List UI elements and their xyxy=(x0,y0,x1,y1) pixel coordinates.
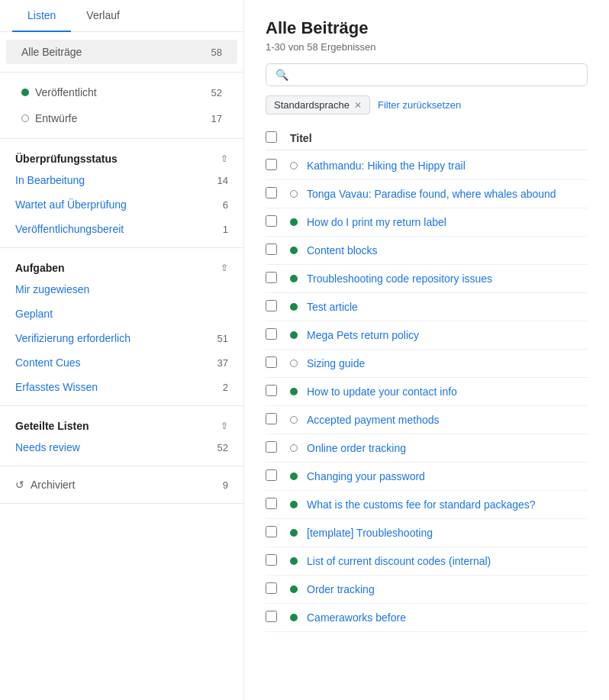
geteilte-listen-chevron-icon: ⇧ xyxy=(221,421,228,431)
article-title[interactable]: How do I print my return label xyxy=(307,216,588,228)
wartet-label: Wartet auf Überprüfung xyxy=(15,198,127,211)
article-status-icon xyxy=(290,557,307,565)
article-status-icon xyxy=(290,218,307,226)
article-checkbox[interactable] xyxy=(266,441,277,453)
article-row[interactable]: Tonga Vavau: Paradise found, where whale… xyxy=(266,180,588,208)
mir-zugewiesen-label: Mir zugewiesen xyxy=(15,283,89,295)
article-checkbox[interactable] xyxy=(266,554,277,566)
filter-reset-button[interactable]: Filter zurücksetzen xyxy=(378,99,461,111)
sidebar-item-needs-review[interactable]: Needs review 52 xyxy=(0,435,243,460)
article-row[interactable]: Test article xyxy=(266,293,588,321)
article-title[interactable]: Mega Pets return policy xyxy=(307,329,588,341)
sidebar-item-erfasstes-wissen[interactable]: Erfasstes Wissen 2 xyxy=(0,375,243,399)
article-title[interactable]: How to update your contact info xyxy=(307,385,588,398)
article-title[interactable]: Sizing guide xyxy=(307,357,588,369)
article-row[interactable]: Mega Pets return policy xyxy=(266,321,588,350)
article-title[interactable]: Online order tracking xyxy=(307,442,588,454)
article-row[interactable]: How do I print my return label xyxy=(266,208,588,237)
tab-listen[interactable]: Listen xyxy=(12,0,71,32)
published-count: 52 xyxy=(211,87,222,98)
article-checkbox[interactable] xyxy=(266,611,277,622)
content-cues-label: Content Cues xyxy=(15,356,81,369)
needs-review-label: Needs review xyxy=(15,441,80,453)
article-title[interactable]: Content blocks xyxy=(307,244,588,256)
article-row[interactable]: Kathmandu: Hiking the Hippy trail xyxy=(266,152,588,180)
article-status-icon xyxy=(290,360,307,367)
article-checkbox[interactable] xyxy=(266,328,277,340)
published-dot xyxy=(21,89,29,96)
article-status-icon xyxy=(290,331,307,339)
sidebar-item-mir-zugewiesen[interactable]: Mir zugewiesen xyxy=(0,277,243,302)
article-row[interactable]: Order tracking xyxy=(266,576,588,604)
article-title[interactable]: Kathmandu: Hiking the Hippy trail xyxy=(307,160,588,172)
sidebar-item-drafts[interactable]: Entwürfe 17 xyxy=(6,106,237,131)
article-row[interactable]: [template] Troubleshooting xyxy=(266,519,588,547)
geteilte-listen-section: Geteilte Listen ⇧ Needs review 52 xyxy=(0,406,243,466)
article-row[interactable]: Troubleshooting code repository issues xyxy=(266,265,588,293)
geteilte-listen-title: Geteilte Listen xyxy=(15,420,89,432)
select-all-checkbox[interactable] xyxy=(266,131,277,143)
article-checkbox[interactable] xyxy=(266,300,277,311)
article-row[interactable]: Accepted payment methods xyxy=(266,406,588,434)
article-checkbox[interactable] xyxy=(266,244,277,255)
article-title[interactable]: List of current discount codes (internal… xyxy=(307,555,588,567)
content-cues-count: 37 xyxy=(218,357,228,369)
article-checkbox[interactable] xyxy=(266,159,277,170)
article-title[interactable]: Test article xyxy=(307,301,588,313)
sidebar-item-verifizierung[interactable]: Verifizierung erforderlich 51 xyxy=(0,326,243,350)
geteilte-listen-header: Geteilte Listen ⇧ xyxy=(0,412,243,435)
all-articles-label: Alle Beiträge xyxy=(21,46,82,58)
tab-bar: Listen Verlauf xyxy=(0,0,243,32)
article-title[interactable]: [template] Troubleshooting xyxy=(307,527,588,539)
in-bearbeitung-count: 14 xyxy=(218,175,228,186)
search-input[interactable] xyxy=(295,69,578,81)
article-title[interactable]: Order tracking xyxy=(307,583,588,595)
sidebar-item-geplant[interactable]: Geplant xyxy=(0,302,243,326)
archiviert-label: Archiviert xyxy=(31,479,75,491)
published-label: Veröffentlicht xyxy=(35,86,97,98)
sidebar-item-all[interactable]: Alle Beiträge 58 xyxy=(6,40,237,64)
article-title[interactable]: Changing your password xyxy=(307,470,588,482)
article-title[interactable]: Cameraworks before xyxy=(307,611,588,624)
article-checkbox[interactable] xyxy=(266,272,277,283)
article-checkbox[interactable] xyxy=(266,215,277,227)
sidebar: Listen Verlauf Alle Beiträge 58 Veröffen… xyxy=(0,0,244,700)
sidebar-item-wartet[interactable]: Wartet auf Überprüfung 6 xyxy=(0,192,243,217)
article-title[interactable]: Accepted payment methods xyxy=(307,414,588,426)
sidebar-item-archiviert[interactable]: ↺ Archiviert 9 xyxy=(0,473,243,497)
geplant-label: Geplant xyxy=(15,308,53,320)
sidebar-item-content-cues[interactable]: Content Cues 37 xyxy=(0,350,243,375)
sidebar-item-bereit[interactable]: Veröffentlichungsbereit 1 xyxy=(0,217,243,241)
article-row[interactable]: Changing your password xyxy=(266,463,588,491)
article-checkbox[interactable] xyxy=(266,498,277,509)
article-title[interactable]: What is the customs fee for standard pac… xyxy=(307,498,588,511)
tab-verlauf[interactable]: Verlauf xyxy=(71,0,135,32)
filter-chip-close-icon[interactable]: ✕ xyxy=(354,100,362,111)
article-status-icon xyxy=(290,190,307,198)
result-count: 1-30 von 58 Ergebnissen xyxy=(266,41,588,53)
article-checkbox[interactable] xyxy=(266,526,277,537)
article-checkbox[interactable] xyxy=(266,469,277,481)
article-title[interactable]: Troubleshooting code repository issues xyxy=(307,273,588,285)
filter-chip-standardsprache[interactable]: Standardsprache ✕ xyxy=(266,95,370,115)
article-row[interactable]: Sizing guide xyxy=(266,350,588,378)
article-checkbox[interactable] xyxy=(266,356,277,368)
article-row[interactable]: How to update your contact info xyxy=(266,378,588,406)
article-checkbox[interactable] xyxy=(266,413,277,424)
article-row[interactable]: Online order tracking xyxy=(266,434,588,463)
article-row[interactable]: What is the customs fee for standard pac… xyxy=(266,491,588,519)
sidebar-item-published[interactable]: Veröffentlicht 52 xyxy=(6,80,237,105)
filter-bar: Standardsprache ✕ Filter zurücksetzen xyxy=(266,95,588,115)
sidebar-item-in-bearbeitung[interactable]: In Bearbeitung 14 xyxy=(0,168,243,192)
drafts-dot xyxy=(21,115,29,122)
review-section-title: Überprüfungsstatus xyxy=(15,153,118,165)
status-section: Veröffentlicht 52 Entwürfe 17 xyxy=(0,73,243,139)
article-title[interactable]: Tonga Vavau: Paradise found, where whale… xyxy=(307,188,588,200)
article-checkbox[interactable] xyxy=(266,582,277,594)
article-row[interactable]: List of current discount codes (internal… xyxy=(266,547,588,576)
article-row[interactable]: Cameraworks before xyxy=(266,604,588,632)
article-checkbox[interactable] xyxy=(266,187,277,198)
archiviert-section: ↺ Archiviert 9 xyxy=(0,466,243,504)
article-checkbox[interactable] xyxy=(266,385,277,396)
article-row[interactable]: Content blocks xyxy=(266,237,588,265)
